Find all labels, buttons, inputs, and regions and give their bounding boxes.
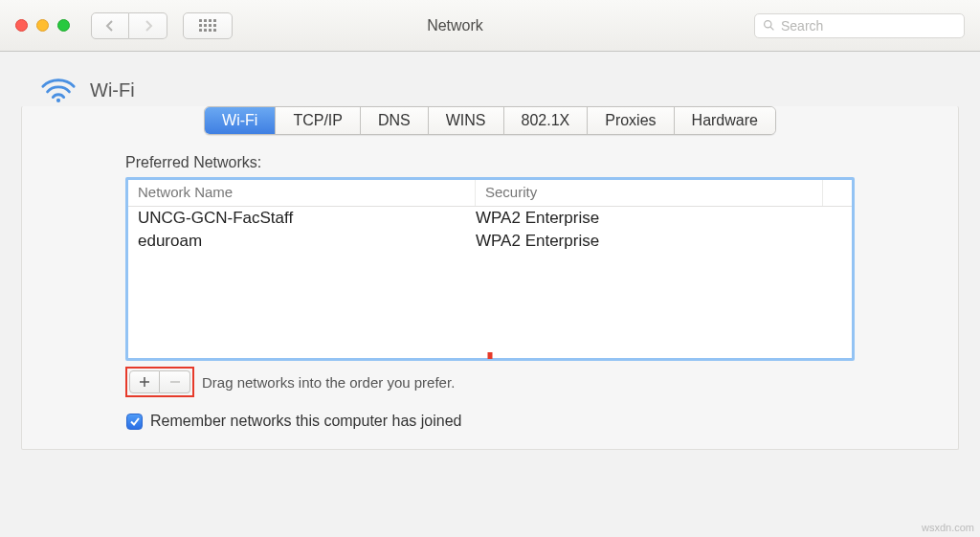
chevron-right-icon xyxy=(144,20,153,32)
cell-network-name: eduroam xyxy=(138,232,476,251)
tab-hardware[interactable]: Hardware xyxy=(675,107,775,134)
minus-icon xyxy=(169,376,181,388)
cell-security: WPA2 Enterprise xyxy=(476,209,813,228)
preferred-networks-table[interactable]: Network Name Security UNCG-GCN-FacStaff … xyxy=(125,177,855,361)
red-marker xyxy=(488,352,493,359)
zoom-window-button[interactable] xyxy=(57,19,70,32)
watermark: wsxdn.com xyxy=(922,522,974,533)
titlebar: Network Search xyxy=(0,0,980,52)
svg-point-2 xyxy=(56,99,60,102)
tab-dns[interactable]: DNS xyxy=(361,107,429,134)
window-controls xyxy=(15,19,70,32)
table-footer-row: Drag networks into the order you prefer. xyxy=(125,367,855,397)
page-header: Wi-Fi xyxy=(40,77,959,103)
column-security[interactable]: Security xyxy=(476,180,823,206)
search-placeholder: Search xyxy=(781,18,823,34)
column-network-name[interactable]: Network Name xyxy=(128,180,476,206)
add-network-button[interactable] xyxy=(129,370,160,393)
plus-icon xyxy=(139,376,150,388)
wifi-icon xyxy=(40,77,77,103)
tab-content: Preferred Networks: Network Name Securit… xyxy=(22,154,958,449)
check-icon xyxy=(129,415,141,427)
forward-button[interactable] xyxy=(129,12,167,39)
remember-row: Remember networks this computer has join… xyxy=(126,413,855,430)
minimize-window-button[interactable] xyxy=(36,19,49,32)
page-title: Wi-Fi xyxy=(90,79,135,101)
remember-checkbox[interactable] xyxy=(126,414,143,430)
tab-bar: Wi-Fi TCP/IP DNS WINS 802.1X Proxies Har… xyxy=(204,106,776,135)
settings-panel: Wi-Fi TCP/IP DNS WINS 802.1X Proxies Har… xyxy=(21,106,959,450)
remember-label: Remember networks this computer has join… xyxy=(150,413,461,430)
remove-network-button[interactable] xyxy=(160,370,190,393)
tab-wifi[interactable]: Wi-Fi xyxy=(205,107,276,134)
table-row[interactable]: UNCG-GCN-FacStaff WPA2 Enterprise xyxy=(128,207,852,230)
svg-line-1 xyxy=(770,27,773,30)
window-title: Network xyxy=(242,17,745,34)
tab-wins[interactable]: WINS xyxy=(429,107,504,134)
add-remove-highlight xyxy=(125,367,194,397)
tab-proxies[interactable]: Proxies xyxy=(588,107,674,134)
show-all-button[interactable] xyxy=(183,12,233,39)
close-window-button[interactable] xyxy=(15,19,28,32)
drag-hint: Drag networks into the order you prefer. xyxy=(202,374,455,391)
preferred-networks-label: Preferred Networks: xyxy=(125,154,855,171)
content-area: Wi-Fi Wi-Fi TCP/IP DNS WINS 802.1X Proxi… xyxy=(0,52,980,450)
search-input[interactable]: Search xyxy=(754,13,965,38)
chevron-left-icon xyxy=(105,20,115,32)
cell-network-name: UNCG-GCN-FacStaff xyxy=(138,209,476,228)
table-header: Network Name Security xyxy=(128,180,852,207)
cell-security: WPA2 Enterprise xyxy=(476,232,813,251)
nav-button-group xyxy=(91,12,167,39)
tabs-row: Wi-Fi TCP/IP DNS WINS 802.1X Proxies Har… xyxy=(22,106,958,135)
back-button[interactable] xyxy=(91,12,129,39)
svg-point-0 xyxy=(765,21,771,28)
column-spacer xyxy=(823,180,852,206)
table-row[interactable]: eduroam WPA2 Enterprise xyxy=(128,230,852,253)
tab-tcpip[interactable]: TCP/IP xyxy=(276,107,361,134)
grid-icon xyxy=(199,19,216,32)
search-icon xyxy=(763,19,775,32)
tab-8021x[interactable]: 802.1X xyxy=(504,107,589,134)
